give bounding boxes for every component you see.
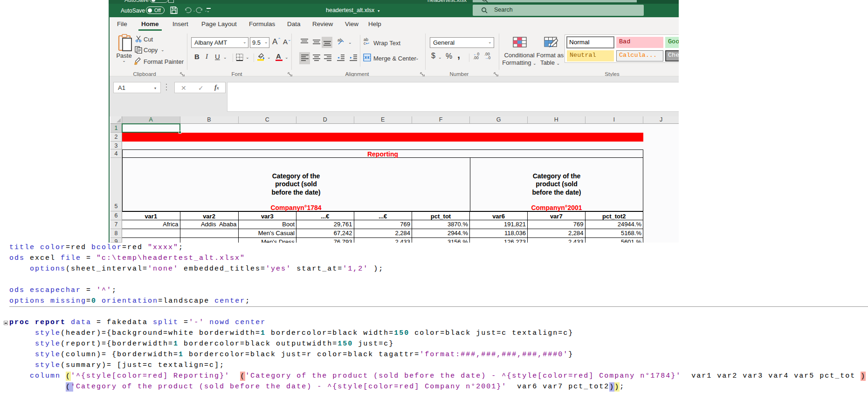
svg-text:ab: ab — [338, 38, 342, 42]
